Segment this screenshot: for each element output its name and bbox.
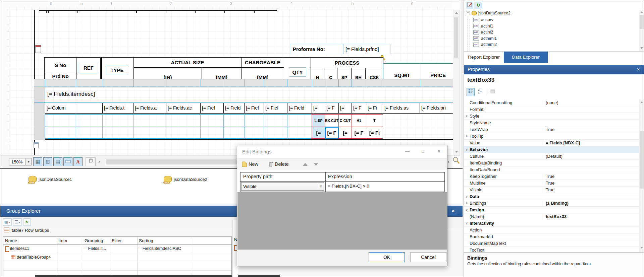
scroll-up-icon[interactable] <box>455 12 458 14</box>
expander-icon[interactable]: ∨ <box>464 221 470 225</box>
scrollbar-thumb[interactable] <box>454 17 458 58</box>
design-canvas[interactable]: Proforma No: [= Fields.prfno] ! S No Prd… <box>9 9 455 155</box>
detail-expression-cell[interactable]: [= Fi <box>366 103 383 114</box>
property-row[interactable]: BookmarkId <box>464 233 639 240</box>
scroll-down-icon[interactable] <box>640 47 643 49</box>
datasource-item[interactable]: JSON jsonDataSource2 <box>164 174 207 184</box>
property-value[interactable]: True <box>543 187 639 192</box>
process-sub-value-cell[interactable]: [= <box>312 127 325 139</box>
tree-field-item[interactable]: abcactmml1 <box>473 36 497 42</box>
grid-column-header[interactable]: Grouping <box>85 238 103 243</box>
property-row[interactable]: ItemDataBinding <box>464 160 639 166</box>
process-sub-value-cell[interactable]: [= F <box>352 127 366 139</box>
header-cell-chargeable[interactable]: CHARGEABLE <box>241 57 284 68</box>
table-handle-icon[interactable] <box>35 45 41 53</box>
property-row[interactable]: ∨Design <box>464 207 639 213</box>
close-icon[interactable]: ✕ <box>635 66 642 73</box>
proforma-label-textbox[interactable]: Proforma No: <box>290 44 343 54</box>
snap-to-grid-button[interactable]: ⊞ <box>43 157 52 166</box>
move-up-icon[interactable] <box>303 163 308 166</box>
categorized-view-button[interactable] <box>467 88 475 96</box>
new-binding-button[interactable]: New <box>242 160 258 168</box>
detail-expression-cell[interactable]: [= Fields.as <box>383 103 420 114</box>
detail-expression-cell[interactable]: [= <box>312 103 325 114</box>
ok-button[interactable]: OK <box>369 252 405 262</box>
property-row[interactable]: VisibleTrue <box>464 187 639 193</box>
property-row[interactable]: Action <box>464 227 639 233</box>
property-value[interactable]: True <box>543 174 639 179</box>
refresh-icon[interactable]: ↻ <box>23 218 31 226</box>
tree-field-item[interactable]: abcactinl1 <box>473 23 497 29</box>
property-value[interactable]: (1 Binding) <box>543 201 639 206</box>
detail-expression-cell[interactable]: [= Fields.pri <box>420 103 455 114</box>
process-sub-value-cell[interactable]: [= F <box>325 127 339 139</box>
snap-lines-button[interactable]: ▤ <box>53 157 62 166</box>
property-row[interactable]: KeepTogetherTrue <box>464 173 639 180</box>
delete-binding-button[interactable]: Delete <box>268 160 289 168</box>
row-groups-grid[interactable]: Name Item Grouping Filter Sorting itemde… <box>3 236 232 277</box>
detail-expression-cell[interactable]: [= Fields.ac <box>166 103 201 114</box>
detail-expression-cell[interactable]: [= Colum <box>45 103 76 114</box>
detail-expression-cell[interactable]: [= F <box>352 103 366 114</box>
bindings-grid[interactable]: Property path Expression Visible▼ = Fiel… <box>240 172 445 192</box>
property-row[interactable]: >ToolTip <box>464 133 639 140</box>
property-value[interactable]: = Fields.[NBX-C] <box>543 140 639 145</box>
show-grid-button[interactable]: ▦ <box>33 157 42 166</box>
zoom-dropdown-button[interactable]: ▼ <box>26 158 32 165</box>
move-down-icon[interactable] <box>314 163 318 166</box>
property-row[interactable]: ∨Interactivity <box>464 220 639 227</box>
detail-expression-cell[interactable]: [= Fields.t <box>102 103 133 114</box>
expander-icon[interactable]: > <box>464 134 470 138</box>
property-value[interactable]: (Default) <box>543 154 639 159</box>
pan-tool-button[interactable] <box>86 157 96 166</box>
itemdesc-group-cell[interactable]: [= Fields.itemdesc] <box>45 88 282 101</box>
refresh-icon[interactable]: ↻ <box>475 2 482 9</box>
show-rulers-button[interactable] <box>63 157 72 166</box>
datasource-item[interactable]: JSON jsonDataSource1 <box>29 174 72 184</box>
property-row[interactable]: Value= Fields.[NBX-C] <box>464 140 639 146</box>
property-row[interactable]: DocumentMapText <box>464 240 639 247</box>
process-sub-header-cell[interactable]: BX-CUT <box>325 114 339 127</box>
detail-expression-cell[interactable] <box>76 103 103 114</box>
tree-root-node[interactable]: − jsonDataSource2 <box>466 11 511 15</box>
tab-data-explorer[interactable]: Data Explorer <box>504 52 548 63</box>
detail-expression-cell[interactable]: [= <box>338 103 352 114</box>
ref-textbox[interactable]: REF <box>78 62 99 73</box>
edit-bindings-dialog[interactable]: Edit Bindings — □ ✕ New Delete Property … <box>237 145 447 266</box>
alphabetical-sort-button[interactable]: AZ <box>476 88 484 96</box>
dialog-titlebar[interactable]: Edit Bindings — □ ✕ <box>237 145 447 158</box>
property-pages-button[interactable] <box>489 88 497 96</box>
detail-expression-cell[interactable]: [= F <box>325 103 339 114</box>
property-value[interactable]: textBox33 <box>543 214 639 219</box>
expander-icon[interactable]: > <box>464 201 470 205</box>
process-sub-header-cell[interactable]: H1 <box>352 114 366 127</box>
zoom-tool-icon[interactable] <box>452 156 460 164</box>
qty-textbox[interactable]: QTY <box>289 67 306 77</box>
property-row[interactable]: TextWrapTrue <box>464 126 639 133</box>
scroll-up-icon[interactable] <box>640 11 643 13</box>
detail-expression-cell[interactable]: [= Field <box>287 103 312 114</box>
process-sub-header-cell[interactable]: L-SP <box>312 114 325 127</box>
row-handle-column[interactable] <box>34 87 45 140</box>
process-sub-header-cell[interactable]: T <box>366 114 383 127</box>
expander-icon[interactable]: > <box>464 114 470 118</box>
property-row[interactable]: Format <box>464 106 639 113</box>
type-textbox[interactable]: TYPE <box>106 65 128 75</box>
property-path-select[interactable]: Visible▼ <box>241 182 324 191</box>
properties-scrollbar[interactable] <box>639 99 644 252</box>
scroll-right-icon[interactable]: › <box>448 159 449 164</box>
process-sub-value-cell[interactable]: [= Fi <box>366 127 383 139</box>
data-explorer-tree[interactable]: − jsonDataSource2 abcaccprvabcactinl1abc… <box>464 10 639 51</box>
property-row[interactable]: TocText <box>464 247 639 252</box>
report-design-surface[interactable]: 0in123456 Proforma No: [= Fields.prfno] … <box>0 0 461 168</box>
header-cell-process[interactable]: PROCESS <box>311 57 383 68</box>
process-sub-header-cell[interactable]: C-CUT <box>338 114 352 127</box>
property-row[interactable]: StyleName <box>464 120 639 126</box>
detail-expression-cell[interactable]: [= Fiel <box>200 103 224 114</box>
tree-field-item[interactable]: abcactmml2 <box>473 42 497 48</box>
property-row[interactable]: ∨Data <box>464 193 639 200</box>
property-value[interactable]: (none) <box>543 100 639 105</box>
design-vertical-scrollbar[interactable] <box>453 10 460 156</box>
binding-expression-cell[interactable]: = Fields.[NBX-C] > 0 <box>328 184 369 189</box>
scroll-down-icon[interactable] <box>455 151 458 153</box>
